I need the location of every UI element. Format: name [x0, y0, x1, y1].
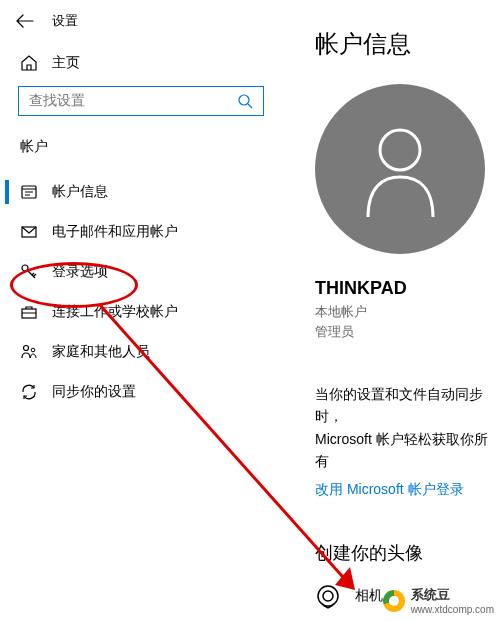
svg-point-0 [239, 95, 249, 105]
family-icon [20, 343, 38, 361]
svg-point-13 [318, 586, 338, 606]
svg-point-12 [380, 130, 420, 170]
camera-icon [315, 583, 341, 609]
sidebar-item-account-info[interactable]: 帐户信息 [0, 172, 280, 212]
nav-label: 帐户信息 [52, 183, 108, 201]
search-icon [237, 93, 253, 109]
svg-line-1 [248, 104, 252, 108]
sync-description: 当你的设置和文件自动同步时， Microsoft 帐户轻松获取你所有 [315, 383, 500, 473]
nav-label: 同步你的设置 [52, 383, 136, 401]
use-microsoft-account-link[interactable]: 改用 Microsoft 帐户登录 [315, 481, 500, 499]
sidebar-item-family[interactable]: 家庭和其他人员 [0, 332, 280, 372]
sidebar-item-email[interactable]: 电子邮件和应用帐户 [0, 212, 280, 252]
left-panel: 主页 查找设置 帐户 帐户信息 电子邮件和应用帐户 登录选项 [0, 44, 280, 412]
nav-label: 电子邮件和应用帐户 [52, 223, 178, 241]
right-panel: 帐户信息 THINKPAD 本地帐户 管理员 当你的设置和文件自动同步时， Mi… [315, 28, 500, 609]
search-placeholder: 查找设置 [29, 92, 85, 110]
search-input[interactable]: 查找设置 [18, 86, 264, 116]
section-label: 帐户 [0, 116, 280, 172]
svg-point-14 [323, 591, 333, 601]
svg-point-7 [22, 265, 28, 271]
sidebar-item-sync[interactable]: 同步你的设置 [0, 372, 280, 412]
key-icon [20, 263, 38, 281]
home-nav[interactable]: 主页 [0, 44, 280, 86]
nav-list: 帐户信息 电子邮件和应用帐户 登录选项 连接工作或学校帐户 家庭和其他人员 [0, 172, 280, 412]
sync-icon [20, 383, 38, 401]
watermark-name: 系统豆 [411, 586, 494, 604]
home-label: 主页 [52, 54, 80, 72]
page-title: 帐户信息 [315, 28, 500, 60]
briefcase-icon [20, 303, 38, 321]
watermark-url: www.xtdcomp.com [411, 604, 494, 615]
sidebar-item-work-school[interactable]: 连接工作或学校帐户 [0, 292, 280, 332]
svg-point-10 [24, 346, 29, 351]
nav-label: 家庭和其他人员 [52, 343, 150, 361]
account-type-admin: 管理员 [315, 323, 500, 341]
camera-label: 相机 [355, 587, 383, 605]
avatar [315, 84, 485, 254]
sidebar-item-signin-options[interactable]: 登录选项 [0, 252, 280, 292]
back-arrow-icon[interactable] [16, 14, 36, 28]
nav-label: 登录选项 [52, 263, 108, 281]
create-avatar-heading: 创建你的头像 [315, 541, 500, 565]
account-info-icon [20, 183, 38, 201]
svg-point-11 [31, 348, 35, 352]
settings-title: 设置 [52, 12, 78, 30]
watermark-logo-icon [383, 590, 405, 612]
account-name: THINKPAD [315, 278, 500, 299]
email-icon [20, 223, 38, 241]
watermark: 系统豆 www.xtdcomp.com [383, 586, 494, 615]
home-icon [20, 54, 38, 72]
nav-label: 连接工作或学校帐户 [52, 303, 178, 321]
account-type-local: 本地帐户 [315, 303, 500, 321]
